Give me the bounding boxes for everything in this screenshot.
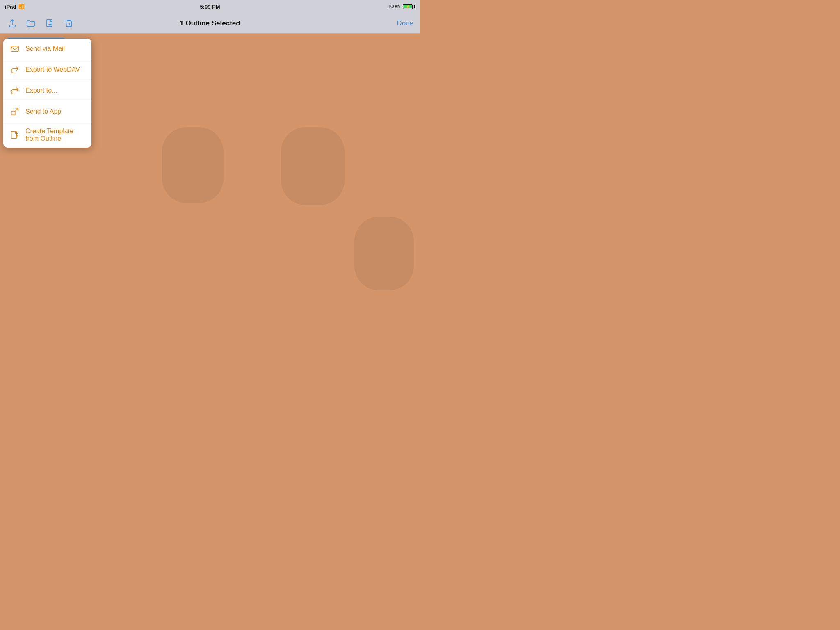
svg-rect-0 — [47, 20, 52, 27]
new-document-icon — [45, 18, 55, 28]
menu-item-create-template[interactable]: Create Template from Outline — [3, 122, 91, 148]
status-left: iPad 📶 — [5, 4, 25, 10]
folder-icon — [26, 18, 36, 28]
wifi-icon: 📶 — [18, 4, 25, 9]
charging-bolt-icon: ⚡ — [406, 5, 410, 9]
menu-item-send-via-mail[interactable]: Send via Mail — [3, 39, 91, 59]
device-label: iPad — [5, 4, 16, 10]
menu-label-send-to-app: Send to App — [25, 108, 61, 115]
menu-label-export-webdav: Export to WebDAV — [25, 66, 80, 73]
toolbar-left-icons — [7, 18, 75, 29]
menu-label-export-to: Export to... — [25, 87, 57, 94]
done-button[interactable]: Done — [397, 19, 413, 27]
trash-button[interactable] — [63, 18, 75, 29]
svg-rect-1 — [11, 46, 18, 52]
export-to-icon — [10, 86, 20, 96]
folder-button[interactable] — [25, 18, 37, 29]
main-content: My Level Styles Monday, April 6, 2015 Se… — [0, 34, 420, 315]
svg-rect-3 — [11, 132, 17, 139]
menu-label-send-via-mail: Send via Mail — [25, 45, 65, 52]
menu-item-export-webdav[interactable]: Export to WebDAV — [3, 59, 91, 80]
battery-tip — [414, 5, 415, 8]
export-webdav-icon — [10, 65, 20, 75]
menu-item-send-to-app[interactable]: Send to App — [3, 101, 91, 122]
menu-item-export-to[interactable]: Export to... — [3, 80, 91, 101]
popup-menu: Send via Mail Export to WebDAV Export to… — [3, 39, 91, 148]
share-icon — [7, 18, 17, 28]
trash-icon — [64, 18, 74, 28]
battery-body: ⚡ — [403, 4, 413, 9]
share-button[interactable] — [7, 18, 18, 29]
mail-icon — [10, 44, 20, 54]
menu-label-create-template: Create Template from Outline — [25, 128, 85, 142]
send-app-icon — [10, 107, 20, 116]
new-document-button[interactable] — [44, 18, 56, 29]
status-right: 100% ⚡ — [388, 4, 415, 9]
status-time: 5:09 PM — [200, 4, 220, 10]
template-icon — [10, 130, 20, 140]
battery-indicator: ⚡ — [403, 4, 415, 9]
toolbar: 1 Outline Selected Done — [0, 13, 420, 34]
toolbar-title: 1 Outline Selected — [180, 19, 240, 27]
status-bar: iPad 📶 5:09 PM 100% ⚡ — [0, 0, 420, 13]
battery-pct-label: 100% — [388, 4, 400, 9]
